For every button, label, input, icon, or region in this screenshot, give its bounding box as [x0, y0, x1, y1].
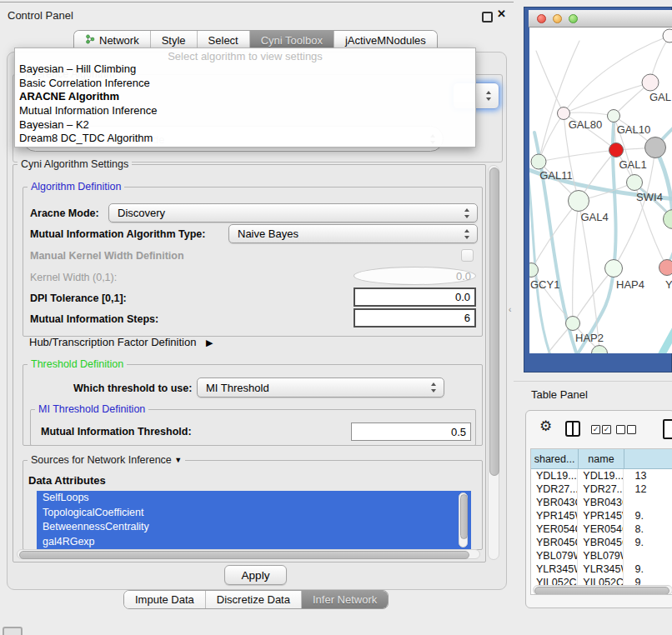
tab-style[interactable]: Style	[151, 31, 198, 49]
kernel-width-field[interactable]: 0.0	[354, 267, 476, 285]
dropdown-item-bayesian-k2[interactable]: Bayesian – K2	[15, 118, 475, 132]
network-edge[interactable]	[668, 230, 672, 263]
tab-select[interactable]: Select	[198, 31, 250, 49]
expand-right-icon[interactable]: ▶	[206, 338, 213, 348]
network-node[interactable]	[664, 210, 672, 229]
gear-icon[interactable]: ⚙	[539, 418, 552, 435]
network-node-gal11[interactable]	[531, 154, 546, 169]
attribute-item-betweennesscentrality[interactable]: BetweennessCentrality	[37, 520, 471, 535]
settings-vertical-scrollbar-thumb[interactable]	[489, 168, 499, 476]
network-edge[interactable]	[539, 113, 564, 162]
network-node-gal1[interactable]	[609, 143, 624, 158]
table-row[interactable]: YDL19...YDL19...13	[531, 469, 672, 482]
tab-jactivemnodules[interactable]: jActiveMNodules	[334, 31, 437, 49]
network-node-swi4[interactable]	[627, 175, 643, 191]
mi-algorithm-type-value: Naive Bayes	[238, 228, 298, 240]
checked-box-icon[interactable]: ✓	[591, 425, 600, 434]
network-view-window: GALGAL80GAL10GAL1GAL11SWI4GAL4GCY1HAP4YH…	[524, 7, 672, 372]
dock-corner-chip[interactable]	[3, 627, 23, 635]
table-horizontal-scrollbar-thumb[interactable]	[534, 587, 669, 595]
network-edge[interactable]	[564, 82, 650, 113]
network-edge[interactable]	[655, 148, 672, 218]
attribute-item-selfloops[interactable]: SelfLoops	[37, 491, 471, 506]
network-edge[interactable]	[651, 316, 672, 353]
spinner-icon	[464, 229, 470, 239]
hub-definition-row[interactable]: Hub/Transcription Factor Definition ▶	[29, 336, 213, 348]
unchecked-box-icon[interactable]	[616, 425, 625, 434]
network-node-gal4[interactable]	[569, 191, 589, 212]
tab-label: Infer Network	[313, 593, 377, 606]
network-canvas[interactable]: GALGAL80GAL10GAL1GAL11SWI4GAL4GCY1HAP4YH…	[529, 28, 672, 353]
attributes-scrollbar[interactable]	[459, 492, 468, 548]
network-node-hap2[interactable]	[566, 317, 580, 331]
network-window-titlebar[interactable]	[529, 10, 672, 28]
table-row[interactable]: YBR043CYBR043C	[531, 496, 672, 509]
table-horizontal-scrollbar[interactable]	[533, 585, 672, 595]
mi-steps-field[interactable]: 6	[354, 308, 476, 328]
mi-algorithm-type-combo[interactable]: Naive Bayes	[228, 224, 478, 243]
network-node[interactable]	[663, 29, 672, 42]
manual-kernel-width-checkbox[interactable]	[461, 249, 474, 262]
table-row[interactable]: YBL079WYBL079W	[531, 549, 672, 562]
table-cell: YDR27...	[578, 482, 623, 496]
dropdown-item-bayesian-hill-climbing[interactable]: Bayesian – Hill Climbing	[15, 62, 475, 77]
which-threshold-combo[interactable]: MI Threshold	[197, 378, 444, 398]
table-cell: YLR345W	[578, 562, 623, 576]
network-node-y[interactable]	[659, 260, 672, 276]
settings-horizontal-scrollbar-thumb[interactable]	[19, 551, 469, 559]
network-node-gal[interactable]	[642, 74, 659, 91]
network-node[interactable]	[592, 346, 608, 354]
document-icon[interactable]	[663, 419, 672, 439]
tab-discretize-data[interactable]: Discretize Data	[206, 591, 302, 608]
zoom-window-icon[interactable]	[569, 14, 578, 23]
dropdown-item-basic-correlation-inference[interactable]: Basic Correlation Inference	[15, 77, 475, 91]
dropdown-item-aracne-algorithm[interactable]: ARACNE Algorithm	[15, 90, 475, 104]
control-panel-title: Control Panel	[8, 9, 73, 22]
float-panel-icon[interactable]	[482, 12, 493, 22]
attribute-item-topologicalcoefficient[interactable]: TopologicalCoefficient	[37, 506, 471, 521]
attributes-scrollbar-thumb[interactable]	[460, 494, 468, 539]
table-row[interactable]: YPR145WYPR145W9.	[531, 509, 672, 522]
network-node-hap4[interactable]	[605, 260, 623, 278]
panel-divider-handle[interactable]: ‹	[509, 305, 511, 314]
dropdown-item-dream8-dc-tdc-algorithm[interactable]: Dream8 DC_TDC Algorithm	[15, 132, 475, 146]
network-edge[interactable]	[573, 201, 579, 323]
network-node-gal10[interactable]	[608, 110, 620, 122]
table-row[interactable]: YER054CYER054C8.	[531, 522, 672, 536]
table-row[interactable]: YDR27...YDR27...12	[531, 482, 672, 496]
table-row[interactable]: YLR345WYLR345W9.	[531, 562, 672, 576]
table-cell: YBL079W	[531, 549, 578, 562]
minimize-window-icon[interactable]	[553, 14, 562, 23]
network-node[interactable]	[645, 138, 666, 158]
tab-cyni-toolbox[interactable]: Cyni Toolbox	[250, 31, 334, 49]
node-label: GAL4	[580, 211, 608, 223]
table-cell: YDL19...	[531, 469, 578, 482]
network-edge[interactable]	[539, 150, 616, 162]
settings-vertical-scrollbar[interactable]	[488, 165, 499, 560]
columns-icon[interactable]	[565, 421, 580, 437]
network-edge[interactable]	[536, 51, 564, 113]
table-row[interactable]: YBR045CYBR045C9.	[531, 536, 672, 549]
attribute-item-gal4rgexp[interactable]: gal4RGexp	[37, 535, 471, 550]
column-header-name[interactable]: name	[579, 449, 624, 468]
network-edge[interactable]	[564, 112, 614, 116]
column-header-shared[interactable]: shared...	[531, 449, 579, 468]
close-window-icon[interactable]	[537, 14, 546, 23]
tab-infer-network[interactable]: Infer Network	[302, 591, 388, 608]
apply-button[interactable]: Apply	[224, 565, 287, 585]
aracne-mode-combo[interactable]: Discovery	[108, 203, 478, 222]
mi-threshold-value: 0.5	[451, 426, 466, 438]
dpi-tolerance-field[interactable]: 0.0	[354, 288, 476, 307]
control-panel-tab-bar: NetworkStyleSelectCyni ToolboxjActiveMNo…	[73, 30, 438, 49]
tab-network[interactable]: Network	[74, 31, 151, 49]
dropdown-item-mutual-information-inference[interactable]: Mutual Information Inference	[15, 104, 475, 118]
close-icon[interactable]: ✕	[497, 8, 506, 20]
column-header-hidden[interactable]	[624, 449, 672, 468]
settings-horizontal-scrollbar[interactable]	[17, 549, 480, 559]
tab-impute-data[interactable]: Impute Data	[124, 591, 206, 608]
manual-kernel-width-label: Manual Kernel Width Definition	[30, 250, 184, 262]
checked-box-icon[interactable]: ✓	[602, 425, 611, 434]
mi-threshold-field[interactable]: 0.5	[351, 422, 471, 441]
collapse-down-icon[interactable]: ▼	[174, 456, 182, 464]
unchecked-box-icon[interactable]	[627, 425, 636, 434]
